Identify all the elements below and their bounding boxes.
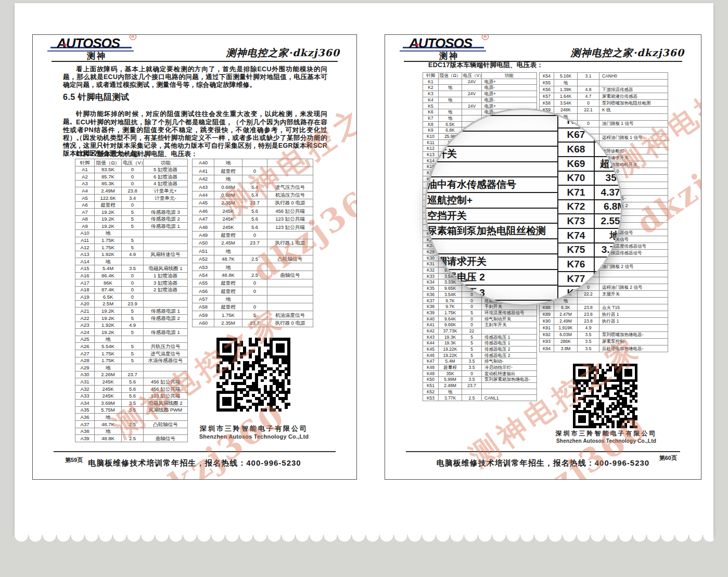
footer-rule	[406, 451, 680, 452]
cell: 22.2	[578, 291, 599, 298]
cell: 泵到尿素箱加热继电器-	[482, 377, 537, 383]
cell: 油门踏板 2 信号	[599, 263, 668, 270]
cell: 5.6	[242, 223, 267, 231]
cell: K55	[540, 80, 554, 86]
cell: A3	[75, 180, 95, 187]
cell	[267, 247, 313, 255]
magnified-row: 巡航控制+	[425, 193, 558, 209]
table-row: K4935K0发动机转速输出	[423, 370, 537, 377]
cell: 4 缸喷油器	[144, 180, 188, 187]
cell: 4.8	[578, 86, 599, 93]
cell: A41	[193, 167, 214, 175]
table-row: K926.03M3.5泵到喷嘴加热继电器-	[540, 331, 668, 338]
table-row: A819.2K5传感器电源 2	[75, 215, 188, 223]
cell: 5	[462, 334, 482, 340]
cell: 85.3K	[95, 180, 122, 187]
footer-hotline: 电脑板维修技术培训常年招生，报名热线：400-996-5230	[33, 458, 356, 468]
cell: K91	[540, 325, 554, 331]
cell	[599, 277, 668, 284]
company-name-en: Shenzhen Autosos Technology Co.,Ltd	[541, 438, 671, 444]
cell: A54	[193, 271, 214, 279]
table-row: A285.7K06 缸喷油器	[75, 173, 188, 181]
cell: 3.77K	[439, 395, 462, 401]
cell: A38	[75, 428, 95, 435]
cell: 86K	[95, 279, 122, 287]
cell: 87.4K	[95, 286, 122, 293]
table-row: A53地	[193, 263, 313, 271]
scanned-manual-spread: AUTOSOS 测神 测神电控之家·dkzj360 测神电控之家 dkzj360…	[0, 0, 728, 577]
cell	[267, 175, 313, 183]
table-row: K886.3K23.8点火 T15	[540, 304, 668, 311]
cell: 245K	[214, 223, 242, 231]
cell: 19.22K	[439, 352, 462, 358]
cell: 23.7	[122, 371, 144, 378]
cell: 5	[122, 223, 144, 230]
table-row: K391.75K5环境温度传感器信号	[423, 310, 537, 316]
registered-trademark-icon	[482, 34, 489, 40]
cell: A14	[75, 258, 95, 265]
cell: A21	[75, 307, 95, 315]
cell: A34	[75, 400, 95, 407]
cell: A11	[75, 237, 95, 244]
table-row: A38地	[75, 428, 188, 435]
cell	[144, 371, 188, 378]
cell: 传感器电源 2	[144, 315, 188, 322]
table-row: A502.45M23.7执行器 1 电源	[193, 239, 313, 247]
cell	[599, 325, 668, 331]
cell: A53	[193, 263, 214, 271]
cell: 地	[439, 115, 462, 121]
cell: 248K	[554, 107, 578, 113]
cell: A15	[75, 265, 95, 272]
footer-hotline: 电脑板维修技术培训常年招生，报名热线：400-996-5230	[385, 458, 701, 468]
cell: 5 缸喷油器	[144, 166, 188, 173]
cell: 3.5	[122, 265, 144, 272]
table-row: A719.2K5传感器电源 3	[75, 209, 188, 216]
magnified-row	[425, 162, 558, 178]
cell: 3.1	[578, 73, 599, 80]
registered-trademark-icon	[130, 34, 136, 40]
cell	[242, 263, 267, 271]
cell: A2	[75, 173, 95, 181]
table-row: K505.99M3.5泵到尿素箱加热继电器-	[423, 377, 537, 383]
cell: A56	[193, 287, 214, 295]
table-row: A111.75K5	[75, 237, 188, 244]
cell: 风扇线圈 PWM	[144, 406, 188, 414]
cell: 48.8K	[95, 435, 122, 442]
table-row: A1686.4K01 缸喷油器	[75, 272, 188, 279]
cell	[122, 364, 144, 371]
cell: 23.7	[242, 319, 267, 327]
cell: K34	[423, 279, 439, 286]
cell: A57	[193, 295, 214, 303]
cell: 23.8	[578, 318, 599, 325]
table-row: K512.48M23.7	[423, 383, 537, 389]
cell: 1.92K	[95, 322, 122, 329]
column-header: 电压（V）	[122, 159, 144, 166]
table-row: A3748.7K2.5凸轮轴信号	[75, 420, 188, 428]
cell: K4	[423, 97, 439, 103]
cell: 4.37M	[594, 185, 622, 200]
cell: A18	[75, 286, 95, 293]
table-row: A5122.6K3.4计量单元-	[75, 194, 188, 201]
cell: A20	[75, 300, 95, 307]
cell: 5	[462, 340, 482, 347]
cell: 23.8	[578, 311, 599, 318]
cell: 地	[554, 80, 578, 86]
cell: A12	[75, 244, 95, 251]
cell: K76	[558, 257, 594, 272]
cell: 5.6	[122, 378, 144, 386]
cell: K11	[423, 139, 439, 146]
table-row: A271.75K5进气温度信号	[75, 350, 188, 357]
table-row: A57地	[193, 295, 313, 303]
cell: 下游排温传感器	[599, 86, 668, 93]
cell: K7	[423, 115, 439, 121]
cell: 0.68M	[214, 191, 242, 199]
column-header: 针脚	[75, 159, 95, 166]
cell: K46	[423, 352, 439, 358]
cell: K38	[423, 304, 439, 310]
cell: K41	[423, 322, 439, 328]
table-row: A121.75K5	[75, 244, 188, 251]
table-row: K48超量程3.5冷启动指示灯-	[423, 365, 537, 371]
qr-code	[216, 338, 290, 412]
cell: 245K	[95, 386, 122, 393]
cell: K42	[423, 328, 439, 334]
